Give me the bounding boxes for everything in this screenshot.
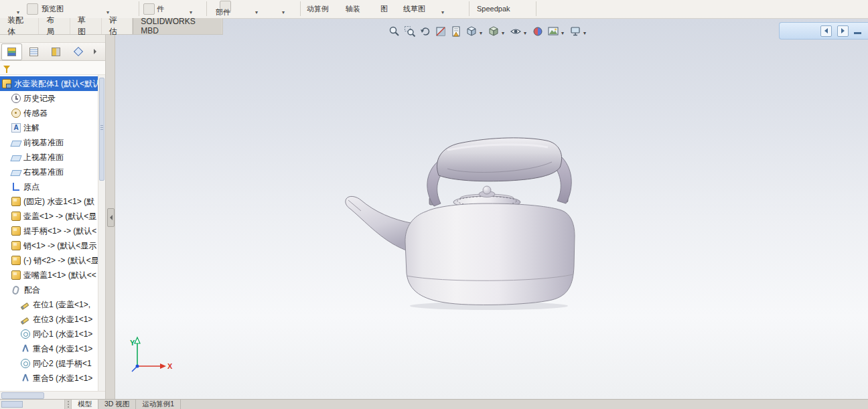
ribbon-separator (469, 1, 469, 16)
dropdown-caret-icon[interactable] (581, 25, 588, 37)
tab-property-manager[interactable] (23, 44, 44, 60)
tab-evaluate[interactable]: 评估 (102, 18, 133, 34)
dropdown-caret-icon[interactable] (188, 5, 194, 17)
dropdown-caret-icon[interactable] (253, 5, 260, 17)
ribbon-separator (300, 1, 301, 16)
viewport-3d[interactable]: Y X (106, 18, 868, 400)
part-icon (11, 197, 21, 206)
scrollbar-thumb[interactable] (1, 392, 44, 399)
triad-x-label: X (167, 362, 173, 370)
view-orientation-icon (465, 25, 478, 37)
tree-item-mate-coincident4[interactable]: 重合4 (水壶1<1> (0, 341, 98, 356)
display-style-icon (488, 25, 500, 37)
tab-feature-manager[interactable] (1, 44, 22, 60)
dropdown-caret-icon[interactable] (478, 25, 484, 37)
ribbon-separator (536, 1, 536, 16)
tab-assembly[interactable]: 装配体 (0, 18, 39, 34)
tree-item-part-pin2[interactable]: (-) 销<2> -> (默认<显 (0, 253, 98, 268)
panel-splitter[interactable] (106, 34, 115, 400)
tab-layout[interactable]: 布局 (39, 18, 70, 34)
minimize-button[interactable] (854, 32, 861, 34)
solidworks-window: 预览图 件 部件 动算例 轴装 图 线草图 Speedpak 装配体 布局 草图… (0, 0, 868, 409)
tree-filter-bar[interactable] (0, 61, 105, 75)
tree-item-part-handle[interactable]: 提手柄<1> -> (默认< (0, 224, 98, 238)
configurations-icon (52, 48, 60, 56)
manager-tabs (0, 43, 105, 61)
dynamic-annotation-button[interactable] (449, 24, 463, 39)
ribbon-button-icon[interactable] (143, 3, 155, 15)
ribbon-button[interactable]: 线草图 (403, 0, 425, 17)
tree-item-part-lid[interactable]: 壶盖<1> -> (默认<显 (0, 209, 98, 224)
tree-vertical-scrollbar[interactable] (98, 75, 105, 391)
tree-item-mate-concentric1[interactable]: 同心1 (水壶1<1> (0, 327, 98, 341)
tree-item-mate-concentric2[interactable]: 同心2 (提手柄<1 (0, 356, 98, 371)
ribbon-button[interactable]: 件 (157, 0, 164, 17)
scrollbar-thumb[interactable] (1, 401, 23, 408)
tree-item-sensors[interactable]: 传感器 (0, 106, 98, 120)
tree-item-mate-inplace3[interactable]: 在位3 (水壶1<1> (0, 312, 98, 327)
tree-item-origin[interactable]: 原点 (0, 179, 98, 194)
part-icon (11, 270, 21, 280)
display-style-button[interactable] (486, 24, 508, 39)
dropdown-caret-icon[interactable] (280, 5, 287, 17)
tab-model[interactable]: 模型 (72, 400, 98, 409)
tab-solidworks-mbd[interactable]: SOLIDWORKS MBD (133, 18, 222, 34)
edit-appearance-button[interactable] (530, 24, 545, 39)
ribbon-separator (206, 1, 207, 16)
tab-configuration-manager[interactable] (46, 44, 66, 60)
tab-sketch[interactable]: 草图 (70, 18, 102, 34)
ribbon-button[interactable]: 图 (380, 0, 388, 17)
part-icon (11, 241, 21, 250)
bottom-scrollbar[interactable] (0, 400, 65, 409)
tree-item-top-plane[interactable]: 上视基准面 (0, 150, 98, 165)
tree-item-annotations[interactable]: A 注解 (0, 120, 98, 135)
zoom-fit-icon (388, 25, 401, 37)
taskpane-collapse-left-button[interactable] (820, 25, 832, 37)
ribbon-button[interactable]: Speedpak (477, 0, 510, 17)
lid-knob[interactable] (483, 186, 491, 194)
ribbon-button[interactable]: 动算例 (307, 0, 329, 17)
tree-item-mate-coincident5[interactable]: 重合5 (水壶1<1> (0, 371, 98, 386)
plane-icon (10, 141, 21, 147)
taskpane-collapse-right-button[interactable] (837, 25, 849, 37)
tree-item-history[interactable]: 历史记录 (0, 91, 98, 106)
dropdown-caret-icon[interactable] (522, 25, 528, 37)
previous-view-button[interactable] (418, 24, 433, 39)
view-orientation-button[interactable] (464, 24, 486, 39)
command-manager-tabs: 装配体 布局 草图 评估 SOLIDWORKS MBD (0, 18, 223, 35)
tree-item-part-spout-cap[interactable]: 壶嘴盖1<1> (默认<< (0, 268, 98, 282)
zoom-area-button[interactable] (403, 24, 417, 39)
tree-item-right-plane[interactable]: 右视基准面 (0, 165, 98, 179)
scrollbar-thumb[interactable] (99, 78, 104, 181)
tree-item-part-pin1[interactable]: 销<1> -> (默认<显示 (0, 238, 98, 253)
hide-show-items-button[interactable] (508, 24, 530, 39)
tab-dimxpert-manager[interactable] (68, 44, 88, 60)
ribbon-button-icon[interactable] (27, 3, 38, 15)
more-tabs-chevron[interactable] (91, 44, 99, 60)
coincident-mate-icon (21, 344, 30, 353)
zoom-fit-button[interactable] (387, 24, 402, 39)
ribbon-button[interactable]: 轴装 (346, 0, 360, 17)
tree-item-front-plane[interactable]: 前视基准面 (0, 135, 98, 150)
apply-scene-button[interactable] (546, 24, 567, 39)
dropdown-caret-icon[interactable] (559, 25, 566, 37)
kettle-model[interactable]: Y X (106, 18, 868, 400)
tab-drag-grip[interactable] (65, 400, 72, 409)
tab-motion-study-1[interactable]: 运动算例1 (136, 400, 181, 409)
tree-item-mate-inplace1[interactable]: 在位1 (壶盖<1>, (0, 297, 98, 312)
tree-item-mates-folder[interactable]: 配合 (0, 282, 98, 297)
tree-item-assembly-root[interactable]: 水壶装配体1 (默认<默认 (0, 76, 98, 91)
tab-3d-views[interactable]: 3D 视图 (98, 400, 136, 409)
kettle-body[interactable] (405, 203, 575, 305)
dropdown-caret-icon[interactable] (439, 5, 446, 17)
section-view-button[interactable] (433, 24, 448, 39)
dropdown-caret-icon[interactable] (500, 25, 506, 37)
panel-collapse-button[interactable] (107, 208, 115, 227)
origin-icon (11, 182, 21, 191)
tree-item-part-kettle[interactable]: (固定) 水壶1<1> (默 (0, 194, 98, 209)
dimxpert-icon (73, 47, 82, 56)
concentric-mate-icon (21, 329, 30, 339)
ribbon-button[interactable]: 部件 (216, 7, 230, 17)
kettle-spout[interactable] (346, 196, 415, 253)
view-settings-button[interactable] (568, 24, 589, 39)
